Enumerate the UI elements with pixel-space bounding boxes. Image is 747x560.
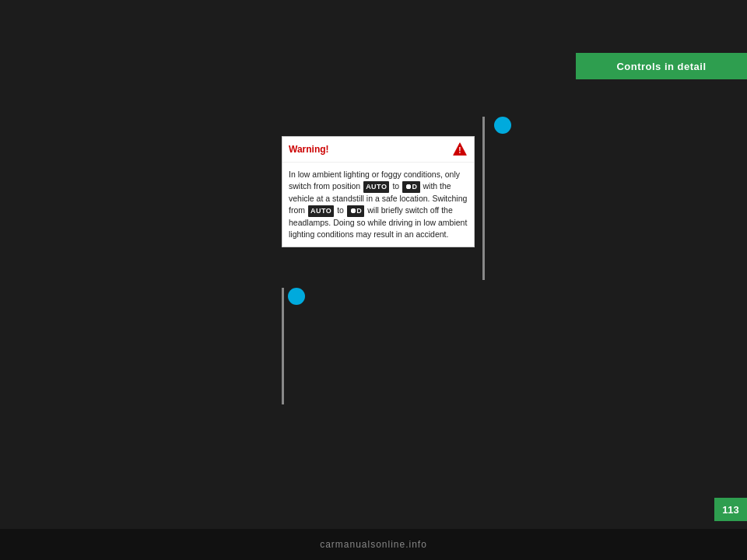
watermark-bar: carmanualsonline.info bbox=[0, 529, 747, 560]
badge-icon-1: ⏺D bbox=[402, 181, 420, 193]
warning-header: Warning! ! bbox=[282, 137, 474, 163]
warning-box: Warning! ! In low ambient lighting or fo… bbox=[282, 136, 475, 247]
badge-auto-2: AUTO bbox=[308, 205, 334, 217]
warning-text: In low ambient lighting or foggy conditi… bbox=[289, 169, 468, 240]
header-tab-label: Controls in detail bbox=[616, 61, 706, 72]
header-tab: Controls in detail bbox=[576, 53, 747, 79]
warning-title: Warning! bbox=[289, 144, 329, 155]
svg-text:!: ! bbox=[458, 146, 461, 155]
vertical-line-left bbox=[282, 288, 284, 404]
warning-icon: ! bbox=[452, 142, 468, 157]
page-number-box: 113 bbox=[714, 498, 747, 521]
watermark-text: carmanualsonline.info bbox=[320, 539, 427, 550]
page-background bbox=[0, 0, 747, 560]
page-number: 113 bbox=[722, 504, 739, 516]
badge-auto-1: AUTO bbox=[363, 181, 389, 193]
badge-icon-2: ⏺D bbox=[347, 205, 365, 217]
blue-dot-bottom bbox=[288, 288, 305, 305]
warning-body: In low ambient lighting or foggy conditi… bbox=[282, 163, 474, 247]
vertical-line-right bbox=[482, 117, 485, 280]
blue-dot-top bbox=[494, 117, 511, 134]
